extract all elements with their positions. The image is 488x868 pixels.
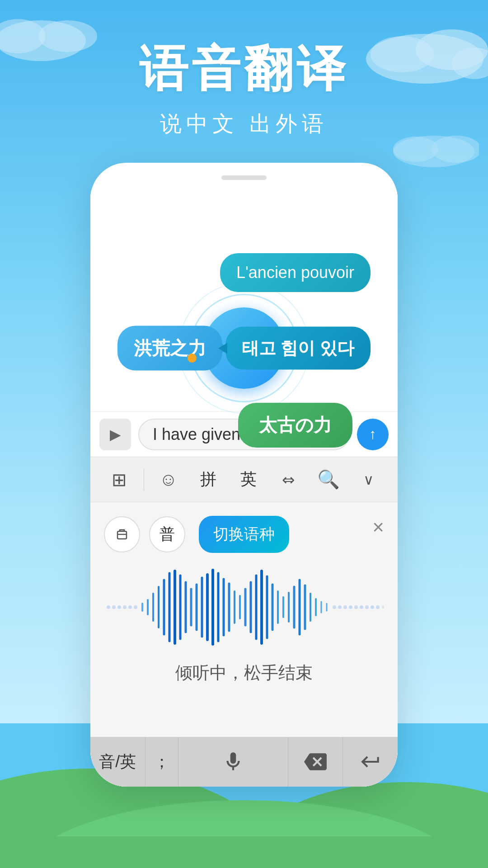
voice-panel-top: 普 切换语种 × xyxy=(90,502,398,553)
collapse-icon[interactable]: ∨ xyxy=(353,464,385,495)
svg-point-63 xyxy=(365,605,369,609)
svg-point-60 xyxy=(349,605,352,609)
svg-point-65 xyxy=(376,605,380,609)
separator-1 xyxy=(144,468,144,491)
main-title: 语音翻译 xyxy=(0,36,488,102)
close-voice-button[interactable]: × xyxy=(372,516,384,538)
svg-rect-14 xyxy=(117,531,127,539)
english-btn[interactable]: 英 xyxy=(233,464,264,495)
microphone-bottom-btn[interactable] xyxy=(178,737,288,787)
keyboard-bottom: 音/英 ； xyxy=(90,737,398,787)
keyboard-toolbar: ⊞ ☺ 拼 英 ⇔ 🔍 ∨ xyxy=(90,457,398,502)
waveform-area xyxy=(104,562,384,652)
svg-point-16 xyxy=(107,605,110,609)
svg-point-17 xyxy=(112,605,116,609)
mic-bottom-icon xyxy=(222,750,244,773)
svg-point-9 xyxy=(432,136,479,163)
svg-rect-13 xyxy=(0,836,488,868)
dot-orange xyxy=(188,354,197,363)
suitcase-icon xyxy=(113,525,131,543)
svg-point-58 xyxy=(338,605,342,609)
sub-title: 说中文 出外语 xyxy=(0,109,488,138)
keyboard-grid-icon[interactable]: ⊞ xyxy=(103,464,135,495)
listening-status: 倾听中，松手结束 xyxy=(90,661,398,684)
svg-point-20 xyxy=(128,605,132,609)
delete-btn[interactable] xyxy=(288,737,343,787)
pinyin-btn[interactable]: 拼 xyxy=(192,464,224,495)
return-icon xyxy=(359,750,382,773)
profile-icon-btn[interactable] xyxy=(104,516,140,552)
input-mode-icon[interactable]: ⇔ xyxy=(272,464,304,495)
svg-point-19 xyxy=(123,605,127,609)
emoji-icon[interactable]: ☺ xyxy=(153,464,184,495)
switch-language-button[interactable]: 切换语种 xyxy=(199,516,289,553)
delete-icon xyxy=(304,750,327,773)
svg-point-21 xyxy=(134,605,137,609)
standard-mode-btn[interactable]: 普 xyxy=(149,516,185,552)
expand-button[interactable]: ▶ xyxy=(99,419,131,450)
svg-point-57 xyxy=(333,605,336,609)
phone-screen: 洪荒之力 ▶ L'ancien pouvoir 태고 힘이 있다 太古の力 xyxy=(90,190,398,787)
punctuation-btn[interactable]: ； xyxy=(145,737,178,787)
svg-point-66 xyxy=(382,606,384,609)
search-icon[interactable]: 🔍 xyxy=(313,464,344,495)
svg-point-64 xyxy=(371,605,374,609)
svg-point-18 xyxy=(117,605,121,609)
bubble-japanese[interactable]: 太古の力 xyxy=(238,403,352,448)
bubble-korean[interactable]: 태고 힘이 있다 xyxy=(225,327,371,370)
title-section: 语音翻译 说中文 出外语 xyxy=(0,36,488,138)
input-mode-toggle[interactable]: 音/英 xyxy=(90,737,145,787)
bubble-chinese[interactable]: 洪荒之力 ▶ xyxy=(117,326,222,371)
svg-point-59 xyxy=(343,605,347,609)
return-btn[interactable] xyxy=(343,737,398,787)
phone-mockup: 洪荒之力 ▶ L'ancien pouvoir 태고 힘이 있다 太古の力 xyxy=(90,163,398,787)
send-button[interactable]: ↑ xyxy=(357,419,389,450)
phone-speaker xyxy=(221,175,267,180)
bubble-french[interactable]: L'ancien pouvoir xyxy=(220,253,371,292)
svg-point-61 xyxy=(354,605,358,609)
waveform-svg xyxy=(104,566,384,648)
svg-point-62 xyxy=(360,605,363,609)
